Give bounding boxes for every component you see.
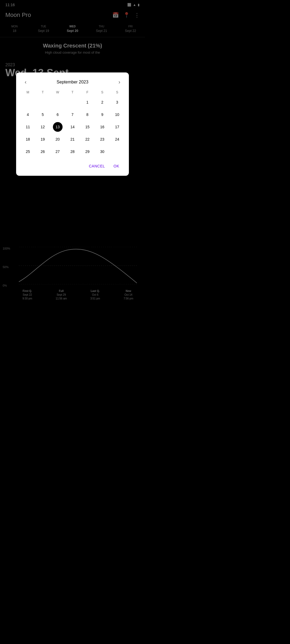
cancel-button[interactable]: CANCEL [86, 162, 108, 170]
day-header-s1: S [95, 89, 110, 95]
dialog-overlay: ‹ September 2023 › M T W T F S S 1234567… [0, 0, 145, 322]
cal-day-17[interactable]: 17 [112, 122, 122, 132]
calendar-cell[interactable]: 30 [95, 146, 110, 158]
cal-day-11[interactable]: 11 [23, 122, 33, 132]
calendar-cell[interactable]: 16 [95, 121, 110, 133]
calendar-cell[interactable]: 2 [95, 96, 110, 108]
cal-day-5[interactable]: 5 [38, 110, 48, 119]
calendar-cell[interactable]: 20 [50, 133, 65, 145]
calendar-cell[interactable]: 7 [65, 109, 80, 120]
cal-day-15[interactable]: 15 [82, 122, 92, 132]
cal-day-26[interactable]: 26 [38, 147, 48, 156]
cal-day-19[interactable]: 19 [38, 134, 48, 144]
day-header-f: F [80, 89, 95, 95]
cal-day-6[interactable]: 6 [53, 110, 63, 119]
cal-day-3[interactable]: 3 [112, 97, 122, 107]
ok-button[interactable]: OK [110, 162, 122, 170]
day-header-m: M [20, 89, 35, 95]
calendar-dialog: ‹ September 2023 › M T W T F S S 1234567… [16, 72, 129, 176]
cal-day-23[interactable]: 23 [97, 134, 107, 144]
calendar-cell [50, 96, 65, 108]
calendar-cell[interactable]: 18 [20, 133, 35, 145]
day-header-s2: S [110, 89, 125, 95]
calendar-day-headers: M T W T F S S [16, 89, 129, 95]
cal-day-20[interactable]: 20 [53, 134, 63, 144]
cal-day-29[interactable]: 29 [82, 147, 92, 156]
day-header-t2: T [65, 89, 80, 95]
day-header-w: W [50, 89, 65, 95]
calendar-cell[interactable]: 25 [20, 146, 35, 158]
cal-day-30[interactable]: 30 [97, 147, 107, 156]
calendar-cell[interactable]: 8 [80, 109, 95, 120]
calendar-cell[interactable]: 1 [80, 96, 95, 108]
calendar-cell[interactable]: 22 [80, 133, 95, 145]
calendar-cell[interactable]: 12 [35, 121, 50, 133]
cal-day-16[interactable]: 16 [97, 122, 107, 132]
next-month-button[interactable]: › [116, 78, 122, 86]
calendar-cell[interactable]: 11 [20, 121, 35, 133]
cal-day-1[interactable]: 1 [82, 97, 92, 107]
calendar-cell[interactable]: 13 [50, 121, 65, 133]
calendar-cell[interactable]: 28 [65, 146, 80, 158]
calendar-cell[interactable]: 17 [110, 121, 125, 133]
calendar-cell[interactable]: 9 [95, 109, 110, 120]
calendar-cell[interactable]: 15 [80, 121, 95, 133]
calendar-cell [20, 96, 35, 108]
calendar-grid: 1234567891011121314151617181920212223242… [16, 96, 129, 158]
cal-day-27[interactable]: 27 [53, 147, 63, 156]
cal-day-22[interactable]: 22 [82, 134, 92, 144]
calendar-cell[interactable]: 6 [50, 109, 65, 120]
calendar-cell[interactable]: 3 [110, 96, 125, 108]
calendar-cell[interactable]: 4 [20, 109, 35, 120]
calendar-header: ‹ September 2023 › [16, 72, 129, 89]
calendar-cell[interactable]: 29 [80, 146, 95, 158]
calendar-cell[interactable]: 19 [35, 133, 50, 145]
cal-day-9[interactable]: 9 [97, 110, 107, 119]
prev-month-button[interactable]: ‹ [23, 78, 29, 86]
calendar-cell[interactable]: 26 [35, 146, 50, 158]
cal-day-10[interactable]: 10 [112, 110, 122, 119]
calendar-cell[interactable]: 27 [50, 146, 65, 158]
cal-day-2[interactable]: 2 [97, 97, 107, 107]
cal-day-4[interactable]: 4 [23, 110, 33, 119]
cal-day-14[interactable]: 14 [68, 122, 77, 132]
calendar-cell[interactable]: 24 [110, 133, 125, 145]
cal-day-8[interactable]: 8 [82, 110, 92, 119]
calendar-month-title: September 2023 [57, 80, 88, 85]
cal-day-21[interactable]: 21 [68, 134, 77, 144]
cal-day-13[interactable]: 13 [53, 122, 63, 132]
cal-day-28[interactable]: 28 [68, 147, 77, 156]
cal-day-18[interactable]: 18 [23, 134, 33, 144]
calendar-cell [110, 146, 125, 158]
cal-day-25[interactable]: 25 [23, 147, 33, 156]
calendar-cell [65, 96, 80, 108]
calendar-cell[interactable]: 10 [110, 109, 125, 120]
calendar-actions: CANCEL OK [16, 158, 129, 171]
calendar-cell[interactable]: 5 [35, 109, 50, 120]
calendar-cell[interactable]: 21 [65, 133, 80, 145]
day-header-t1: T [35, 89, 50, 95]
cal-day-24[interactable]: 24 [112, 134, 122, 144]
calendar-cell[interactable]: 14 [65, 121, 80, 133]
calendar-cell[interactable]: 23 [95, 133, 110, 145]
cal-day-7[interactable]: 7 [68, 110, 77, 119]
cal-day-12[interactable]: 12 [38, 122, 48, 132]
calendar-cell [35, 96, 50, 108]
